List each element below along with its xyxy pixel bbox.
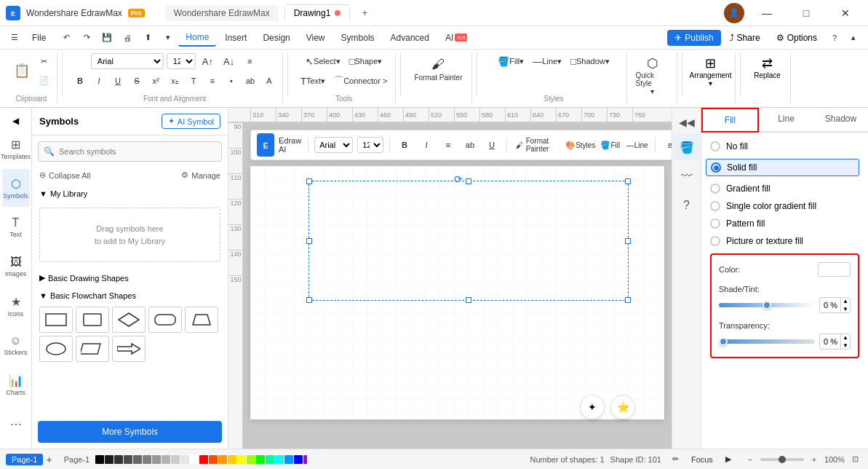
handle-top-right[interactable] [625, 178, 631, 184]
color-swatch-item[interactable] [124, 455, 132, 464]
transparency-slider[interactable] [719, 339, 815, 344]
sidebar-templates[interactable]: ⊞ Templates [2, 130, 30, 168]
handle-top-left[interactable] [306, 178, 312, 184]
solid-fill-radio[interactable] [711, 162, 721, 173]
pattern-fill-radio[interactable] [710, 218, 720, 229]
expand-panel-btn[interactable]: ◀◀ [676, 114, 698, 131]
canvas-font-size[interactable]: 12 [357, 137, 383, 153]
color-swatch-item[interactable] [284, 455, 293, 464]
quick-style-button[interactable]: ⬡ Quick Style ▾ [633, 52, 672, 98]
text-button[interactable]: T Text ▾ [297, 72, 329, 90]
transparency-percent-arrows[interactable]: ▲ ▼ [840, 334, 850, 350]
publish-button[interactable]: ✈Publish [667, 30, 720, 46]
page-tab-active[interactable]: Page-1 [6, 454, 43, 465]
more-symbols-button[interactable]: More Symbols [38, 421, 222, 443]
color-swatch-item[interactable] [133, 455, 142, 464]
line-tool-btn[interactable]: 〰 [674, 163, 700, 189]
sidebar-symbols[interactable]: ⬡ Symbols [2, 169, 30, 207]
format-painter-button[interactable]: 🖌 Format Painter [410, 52, 466, 89]
sidebar-text[interactable]: T Text [2, 208, 30, 246]
font-color-button[interactable]: A [260, 72, 278, 90]
focus-btn[interactable]: Focus [688, 451, 717, 468]
font-selector[interactable]: Arial [91, 53, 164, 69]
strikethrough-button[interactable]: S [128, 72, 146, 90]
font-size-selector[interactable]: 12 [167, 53, 196, 69]
canvas-bold[interactable]: B [396, 136, 413, 154]
help-button[interactable]: ? [826, 29, 843, 47]
zoom-thumb[interactable] [779, 456, 786, 463]
handle-bot-right[interactable] [625, 297, 631, 303]
page-nav-label[interactable]: Page-1 [64, 455, 89, 464]
color-swatch-item[interactable] [237, 455, 246, 464]
menu-view[interactable]: View [299, 30, 333, 46]
color-swatch-item[interactable] [256, 455, 265, 464]
color-swatch-item[interactable] [228, 455, 236, 464]
drag-drop-zone[interactable]: Drag symbols here to add to My Library [39, 208, 220, 262]
underline-button[interactable]: U [109, 72, 127, 90]
paste-button[interactable]: 📋 [10, 62, 33, 79]
zoom-out-btn[interactable]: − [743, 452, 757, 467]
minimize-button[interactable]: — [750, 3, 784, 23]
superscript-button[interactable]: x² [147, 72, 164, 90]
bold-button[interactable]: B [71, 72, 89, 90]
connect-icon[interactable]: ⟳ [454, 173, 463, 185]
color-swatch-item[interactable] [266, 455, 274, 464]
zoom-slider[interactable] [760, 458, 804, 461]
color-swatch-item[interactable] [143, 455, 151, 464]
line-tab[interactable]: Line [759, 108, 813, 133]
list-button[interactable]: ≡ [204, 72, 221, 90]
sparkle-button[interactable]: ✦ [580, 395, 605, 419]
help-tool-btn[interactable]: ? [674, 192, 700, 218]
color-swatch-item[interactable] [209, 455, 218, 464]
close-button[interactable]: ✕ [829, 3, 862, 23]
shade-up-arrow[interactable]: ▲ [841, 297, 850, 305]
sidebar-stickers[interactable]: ☺ Stickers [2, 326, 30, 364]
picture-fill-option[interactable]: Picture or texture fill [710, 236, 859, 246]
gradient-fill-option[interactable]: Gradient fill [710, 184, 859, 194]
canvas-fill[interactable]: 🪣 Fill [600, 136, 621, 154]
font-size-decrease[interactable]: A↓ [220, 52, 238, 70]
color-swatch[interactable] [818, 262, 851, 277]
select-button[interactable]: ↖ Select ▾ [302, 52, 344, 70]
shadow-tab[interactable]: Shadow [813, 108, 868, 133]
single-gradient-radio[interactable] [710, 201, 720, 211]
color-swatch-item[interactable] [303, 455, 307, 464]
menu-ai[interactable]: AIhot [438, 30, 474, 46]
expand-ribbon-button[interactable]: ▴ [845, 29, 862, 47]
canvas-underline[interactable]: U [483, 136, 501, 154]
shade-percent-arrows[interactable]: ▲ ▼ [840, 297, 850, 313]
shade-tint-slider[interactable] [719, 303, 815, 307]
clear-format-button[interactable]: T [185, 72, 202, 90]
shape-trapezoid[interactable] [185, 307, 218, 333]
fill-tool-btn[interactable]: 🪣 [674, 134, 700, 160]
solid-fill-option[interactable]: Solid fill [706, 159, 859, 176]
no-fill-option[interactable]: No fill [710, 141, 859, 151]
draw-mode-btn[interactable]: ✏ [667, 451, 685, 468]
shade-down-arrow[interactable]: ▼ [841, 305, 850, 313]
new-tab-button[interactable]: + [356, 4, 373, 22]
canvas-ab[interactable]: ab [461, 136, 479, 154]
sidebar-icons[interactable]: ★ Icons [2, 287, 30, 325]
menu-insert[interactable]: Insert [218, 30, 254, 46]
app-tab-drawing[interactable]: Drawing1 [284, 4, 351, 21]
manage-button[interactable]: ⚙ Manage [181, 170, 220, 180]
color-swatch-item[interactable] [95, 455, 104, 464]
export-dropdown[interactable]: ▾ [159, 29, 177, 47]
shape-arrow[interactable] [112, 336, 146, 362]
shape-rect[interactable] [39, 307, 73, 333]
handle-mid-right[interactable] [625, 238, 631, 244]
undo-button[interactable]: ↶ [57, 29, 75, 47]
canvas-line[interactable]: — Line [626, 136, 649, 154]
shape-button[interactable]: □ Shape ▾ [346, 52, 386, 70]
color-swatch-item[interactable] [199, 455, 208, 464]
font-size-increase[interactable]: A↑ [199, 52, 217, 70]
color-swatch-item[interactable] [162, 455, 170, 464]
color-swatch-item[interactable] [218, 455, 227, 464]
picture-fill-radio[interactable] [710, 236, 720, 246]
canvas-align[interactable]: ≡ [439, 136, 457, 154]
print-button[interactable]: 🖨 [119, 29, 136, 47]
color-swatch-item[interactable] [171, 455, 180, 464]
line-button[interactable]: — Line ▾ [529, 52, 565, 70]
italic-button[interactable]: I [90, 72, 108, 90]
edraw-ai-logo[interactable]: E [257, 133, 274, 157]
